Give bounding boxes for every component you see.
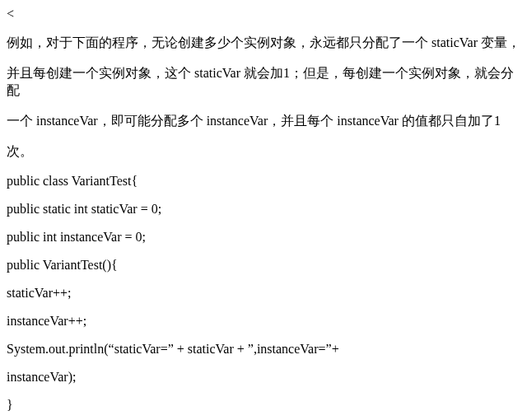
intro-line-1: 例如，对于下面的程序，无论创建多少个实例对象，永远都只分配了一个 staticV… [7,35,520,52]
code-line-7: System.out.println(“staticVar=” + static… [7,342,520,357]
code-line-5: staticVar++; [7,286,520,301]
code-line-4: public VariantTest(){ [7,258,520,273]
intro-line-4: 次。 [7,143,520,161]
code-block: public class VariantTest{ public static … [7,174,520,420]
code-line-1: public class VariantTest{ [7,174,520,189]
intro-line-2: 并且每创建一个实例对象，这个 staticVar 就会加1；但是，每创建一个实例… [7,65,520,100]
intro-paragraph: 例如，对于下面的程序，无论创建多少个实例对象，永远都只分配了一个 staticV… [7,35,520,161]
code-line-8: instanceVar); [7,370,520,385]
code-line-2: public static int staticVar = 0; [7,202,520,217]
code-line-9: } [7,398,520,413]
code-line-6: instanceVar++; [7,314,520,329]
code-line-3: public int instanceVar = 0; [7,230,520,245]
intro-line-3: 一个 instanceVar，即可能分配多个 instanceVar，并且每个 … [7,113,520,130]
